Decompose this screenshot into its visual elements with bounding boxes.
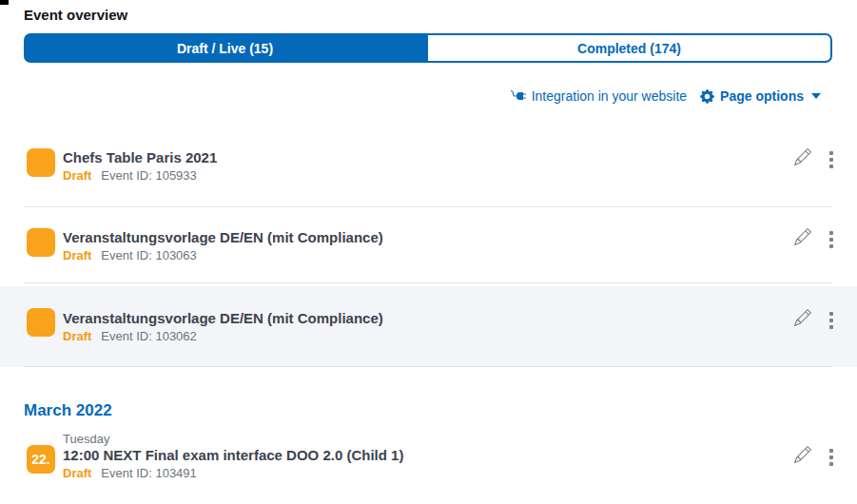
month-heading: March 2022 bbox=[24, 401, 112, 420]
tab-draft-live[interactable]: Draft / Live (15) bbox=[24, 33, 426, 63]
chevron-down-icon bbox=[811, 93, 821, 99]
integration-link-label: Integration in your website bbox=[532, 88, 687, 104]
status-badge: Draft bbox=[63, 248, 91, 263]
event-id: Event ID: 103062 bbox=[101, 329, 196, 344]
event-row[interactable]: Tuesday 22. 12:00 NEXT Final exam interf… bbox=[0, 424, 857, 504]
event-id: Event ID: 105933 bbox=[101, 168, 196, 184]
more-options-button[interactable] bbox=[828, 448, 834, 467]
event-title: Chefs Table Paris 2021 bbox=[63, 149, 217, 166]
event-id: Event ID: 103063 bbox=[101, 248, 196, 263]
row-divider bbox=[24, 206, 832, 207]
pencil-icon bbox=[794, 148, 811, 165]
pencil-icon bbox=[794, 446, 811, 463]
page-actions: Integration in your website Page options bbox=[511, 86, 821, 107]
integration-link[interactable]: Integration in your website bbox=[511, 88, 687, 104]
pencil-icon bbox=[794, 309, 811, 326]
event-title: Veranstaltungsvorlage DE/EN (mit Complia… bbox=[63, 229, 383, 246]
status-badge: Draft bbox=[63, 329, 91, 344]
plug-icon bbox=[511, 88, 526, 104]
page-options-button[interactable]: Page options bbox=[700, 88, 821, 104]
pencil-icon bbox=[794, 228, 811, 245]
screen-corner-artifact bbox=[0, 0, 9, 5]
tab-completed[interactable]: Completed (174) bbox=[426, 33, 832, 63]
weekday-label: Tuesday bbox=[63, 432, 109, 446]
event-thumbnail bbox=[27, 228, 55, 257]
event-thumbnail bbox=[27, 308, 55, 337]
event-title: Veranstaltungsvorlage DE/EN (mit Complia… bbox=[63, 310, 383, 327]
more-options-button[interactable] bbox=[828, 311, 834, 330]
edit-button[interactable] bbox=[794, 228, 811, 245]
event-thumbnail bbox=[27, 148, 55, 177]
row-divider bbox=[24, 366, 832, 367]
more-options-button[interactable] bbox=[828, 230, 834, 249]
event-row[interactable]: Veranstaltungsvorlage DE/EN (mit Complia… bbox=[0, 219, 857, 281]
gear-icon bbox=[700, 89, 714, 104]
page-title: Event overview bbox=[24, 7, 127, 23]
event-row[interactable]: Chefs Table Paris 2021 Draft Event ID: 1… bbox=[0, 139, 857, 202]
edit-button[interactable] bbox=[794, 446, 811, 463]
event-title: 12:00 NEXT Final exam interface DOO 2.0 … bbox=[63, 447, 403, 464]
status-badge: Draft bbox=[63, 466, 91, 481]
page-options-label: Page options bbox=[720, 88, 804, 104]
edit-button[interactable] bbox=[794, 309, 811, 326]
event-row-highlighted[interactable]: Veranstaltungsvorlage DE/EN (mit Complia… bbox=[0, 286, 857, 367]
edit-button[interactable] bbox=[794, 148, 811, 165]
status-badge: Draft bbox=[63, 168, 91, 184]
date-badge: 22. bbox=[27, 445, 55, 474]
row-divider bbox=[24, 282, 832, 283]
event-id: Event ID: 103491 bbox=[101, 466, 196, 481]
event-tabs: Draft / Live (15) Completed (174) bbox=[24, 33, 832, 63]
more-options-button[interactable] bbox=[828, 150, 834, 169]
